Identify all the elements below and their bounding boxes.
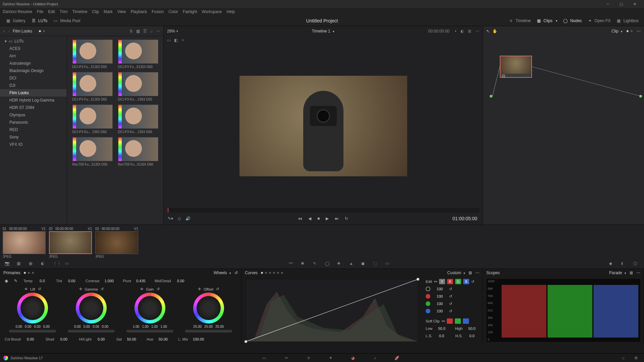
sc-high[interactable]: 50.0 [465, 326, 479, 331]
pointer-icon[interactable]: ↖ [486, 29, 490, 34]
back-icon[interactable]: ‹ [3, 29, 5, 34]
curve-g-channel[interactable]: G [455, 279, 461, 284]
tree-item-hdr-st-2084[interactable]: HDR ST 2084 [0, 104, 67, 111]
sort-icon[interactable]: ⇅ [129, 29, 133, 34]
magic-wand-icon[interactable]: ✧ [181, 38, 184, 43]
media-pool-toggle[interactable]: ▭Media Pool [50, 17, 83, 25]
highlight-bw-icon[interactable]: ◧ [174, 38, 178, 43]
reset-wheel-icon[interactable]: ↺ [38, 287, 41, 291]
cut-page-icon[interactable]: ✂ [283, 355, 290, 361]
menu-help[interactable]: Help [226, 9, 235, 14]
menu-color[interactable]: Color [168, 9, 178, 14]
lut-thumb[interactable]: DCI-P3 Fu...513DI D55 [72, 40, 113, 69]
contrast-value[interactable]: 1.000 [101, 278, 117, 284]
next-frame-icon[interactable]: ⏭ [335, 216, 339, 221]
node-01[interactable]: 01 [500, 56, 532, 78]
shad-value[interactable]: 0.00 [56, 337, 71, 342]
reset-r-icon[interactable]: ↺ [449, 294, 452, 299]
openfx-toggle[interactable]: ✦Open FX [585, 17, 613, 25]
link-icon[interactable]: ⚯ [434, 280, 437, 284]
first-frame-icon[interactable]: ⏮ [298, 216, 302, 221]
menu-workspace[interactable]: Workspace [202, 9, 222, 14]
play-icon[interactable]: ▶ [326, 216, 329, 221]
list-view-icon[interactable]: ☰ [143, 29, 147, 34]
search-icon[interactable]: ⌕ [150, 29, 153, 34]
nodes-options-icon[interactable]: ⋯ [637, 29, 641, 34]
tint-value[interactable]: 0.00 [64, 278, 79, 284]
link-sc-icon[interactable]: ⚯ [442, 319, 445, 323]
menu-view[interactable]: View [117, 9, 126, 14]
lut-thumb[interactable]: Rec709 Fu...513DI D55 [72, 137, 113, 166]
tree-item-sony[interactable]: Sony [0, 133, 67, 141]
zoom-level[interactable]: 26% [167, 29, 175, 34]
tree-item-red[interactable]: RED [0, 126, 67, 133]
media-page-icon[interactable]: ▭ [261, 355, 268, 361]
color-wheel[interactable] [17, 293, 48, 323]
colboost-value[interactable]: 0.00 [23, 337, 38, 342]
middetail-value[interactable]: 0.00 [173, 278, 189, 284]
luts-toggle[interactable]: ☰LUTs [28, 17, 50, 25]
lut-thumb[interactable]: Rec709 Fu...513DI D60 [118, 137, 158, 166]
sc-b[interactable] [463, 318, 469, 324]
fairlight-page-icon[interactable]: ♪ [372, 355, 378, 361]
color-wheel[interactable] [135, 293, 165, 323]
tree-item-dji[interactable]: DJI [0, 82, 67, 89]
picker-icon[interactable]: ◉ [5, 279, 8, 283]
deliver-page-icon[interactable]: 🚀 [394, 355, 400, 361]
sc-hs[interactable]: 0.0 [465, 333, 479, 339]
reset-wheel-icon[interactable]: ↺ [216, 287, 219, 291]
scopes-expand-icon[interactable]: ⊞ [630, 270, 633, 275]
window-minimize[interactable]: ─ [601, 0, 614, 8]
sc-low[interactable]: 50.0 [434, 326, 449, 331]
fusion-page-icon[interactable]: ✦ [327, 355, 334, 361]
reset-b-icon[interactable]: ↺ [449, 309, 452, 313]
master-wheel[interactable] [185, 330, 232, 333]
prev-frame-icon[interactable]: ◀ [308, 216, 311, 221]
reset-wheel-icon[interactable]: ↺ [157, 287, 160, 291]
scopes-mode[interactable]: Parade ▾ [609, 270, 626, 275]
home-icon[interactable]: ⌂ [620, 355, 627, 361]
menu-trim[interactable]: Trim [60, 9, 68, 14]
hue-value[interactable]: 50.00 [155, 337, 171, 342]
lut-thumb[interactable]: DCI-P3 Ko... 2383 D55 [118, 72, 158, 101]
picker-icon[interactable]: ✛ [24, 287, 28, 291]
hand-icon[interactable]: ✋ [492, 29, 497, 34]
tree-item-astrodesign[interactable]: Astrodesign [0, 60, 67, 67]
color-wheel[interactable] [193, 293, 224, 323]
lut-thumb[interactable]: DCI-P3 Fu...513DI D60 [118, 40, 158, 69]
menu-mark[interactable]: Mark [104, 9, 113, 14]
window-close[interactable]: ✕ [628, 0, 641, 8]
nodes-canvas[interactable]: 01 [483, 36, 644, 225]
timeline-toggle[interactable]: ≡Timeline [505, 17, 533, 25]
curve-r-channel[interactable]: R [447, 279, 453, 284]
scopes-options-icon[interactable]: ⋯ [636, 270, 640, 275]
reset-wheel-icon[interactable]: ↺ [101, 287, 104, 291]
nodes-toggle[interactable]: ◯Nodes [560, 17, 585, 25]
color-wheel[interactable] [76, 293, 107, 323]
clips-toggle[interactable]: ▦Clips▾ [533, 17, 560, 25]
curve-reset-icon[interactable]: ↺ [471, 280, 474, 284]
tree-item-blackmagic-design[interactable]: Blackmagic Design [0, 67, 67, 74]
master-wheel[interactable] [68, 330, 115, 333]
lut-thumb[interactable]: DCI-P3 Fu...513DI D65 [72, 72, 113, 101]
stop-icon[interactable]: ■ [317, 216, 320, 221]
grid-view-icon[interactable]: ▦ [136, 29, 140, 34]
reset-icon[interactable]: ↺ [234, 270, 238, 275]
sc-g[interactable] [455, 318, 461, 324]
master-wheel[interactable] [126, 330, 173, 333]
curve-r-val[interactable]: 100 [432, 294, 447, 299]
unmix-icon[interactable]: ◇ [178, 216, 181, 221]
gallery-toggle[interactable]: ▦Gallery [3, 17, 28, 25]
menu-davinci[interactable]: DaVinci Resolve [3, 9, 32, 14]
expand-icon[interactable]: ⊞ [469, 270, 472, 275]
loop-icon[interactable]: ↻ [345, 216, 348, 221]
tree-root-luts[interactable]: ▾▭LUTs [0, 38, 67, 45]
curve-g-val[interactable]: 100 [432, 301, 447, 306]
lut-thumb[interactable]: DCI-P3 Ko... 2383 D65 [118, 105, 158, 134]
lut-thumb[interactable]: DCI-P3 Ko... 2383 D60 [72, 105, 113, 134]
picker-icon[interactable]: ✛ [198, 287, 201, 291]
clip-01[interactable]: 0100:00:00:00V1JPEG [3, 226, 46, 258]
sc-ls[interactable]: 0.0 [434, 333, 449, 339]
menu-fusion[interactable]: Fusion [152, 9, 164, 14]
tree-item-panasonic[interactable]: Panasonic [0, 119, 67, 126]
